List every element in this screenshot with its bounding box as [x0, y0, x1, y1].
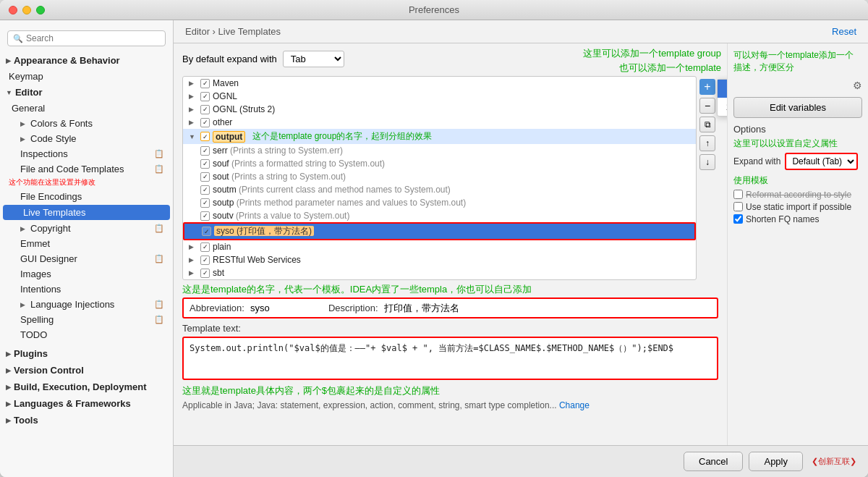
annotation-group: 这个是template group的名字，起到分组的效果: [252, 130, 432, 143]
template-textarea[interactable]: System.out.println("$val$的值是：——"+ $val$ …: [182, 337, 718, 380]
tree-checkbox[interactable]: [200, 269, 210, 278]
tree-item-soutv[interactable]: soutv (Prints a value to System.out): [183, 209, 696, 222]
search-box[interactable]: 🔍: [7, 30, 166, 46]
tree-item-sbt[interactable]: ▶ sbt: [183, 266, 696, 279]
sidebar-item-todo[interactable]: TODO: [0, 327, 173, 342]
tree-item-sout[interactable]: sout (Prints a string to System.out): [183, 170, 696, 183]
change-link[interactable]: Change: [559, 400, 590, 410]
copy-button[interactable]: ⧉: [699, 117, 715, 132]
cancel-button[interactable]: Cancel: [684, 452, 743, 471]
tree-checkbox[interactable]: [200, 242, 210, 252]
tree-item-souf[interactable]: souf (Prints a formatted string to Syste…: [183, 157, 696, 170]
abbreviation-input[interactable]: [250, 303, 308, 313]
static-import-label: Use static import if possible: [746, 202, 851, 212]
menu-item-live-template[interactable]: 1. Live Template: [718, 80, 727, 98]
sidebar-label: Spelling: [20, 314, 54, 325]
sidebar-label: Language Injections: [30, 299, 114, 310]
tree-checkbox[interactable]: [200, 198, 210, 208]
tree-checkbox[interactable]: [200, 256, 210, 265]
settings-icon: ⚙: [733, 80, 862, 91]
sidebar-label: Keymap: [9, 71, 43, 82]
sidebar-item-build[interactable]: Build, Execution, Deployment: [0, 379, 173, 395]
sidebar-item-gui-designer[interactable]: GUI Designer 📋: [0, 251, 173, 266]
abbreviation-row: Abbreviation: Description:: [182, 297, 718, 318]
tree-label: sout (Prints a string to System.out): [213, 172, 346, 182]
sidebar-label: File Encodings: [20, 191, 82, 202]
template-tree[interactable]: ▶ Maven ▶ OGNL ▶: [182, 76, 697, 280]
annotation-custom-attr: 这里可以以设置自定义属性: [733, 138, 862, 150]
reformat-checkbox[interactable]: [733, 190, 743, 199]
sidebar-item-languages[interactable]: Languages & Frameworks: [0, 395, 173, 412]
edit-variables-button[interactable]: Edit variables: [733, 97, 862, 118]
tree-checkbox[interactable]: [200, 132, 210, 141]
sidebar-item-inspections[interactable]: Inspections 📋: [0, 146, 173, 161]
tree-item-ognl-struts[interactable]: ▶ OGNL (Struts 2): [183, 103, 696, 116]
tree-label: soutp (Prints method parameter names and…: [213, 198, 466, 208]
move-up-button[interactable]: ↑: [699, 135, 715, 151]
tree-checkbox[interactable]: [200, 172, 210, 182]
menu-item-template-group[interactable]: 2. Template Group...: [718, 98, 727, 116]
tree-item-soutm[interactable]: soutm (Prints current class and method n…: [183, 183, 696, 196]
sidebar-item-code-style[interactable]: ▶ Code Style: [0, 131, 173, 146]
static-import-checkbox[interactable]: [733, 202, 743, 211]
tree-item-ognl[interactable]: ▶ OGNL: [183, 90, 696, 103]
tree-item-serr[interactable]: serr (Prints a string to System.err): [183, 144, 696, 157]
static-import-checkbox-row: Use static import if possible: [733, 202, 862, 212]
bottom-bar: Cancel Apply ❮创新互联❯: [174, 445, 868, 477]
sidebar-item-general[interactable]: General: [0, 101, 173, 116]
tree-item-soutp[interactable]: soutp (Prints method parameter names and…: [183, 196, 696, 209]
right-panel: Editor › Live Templates Reset 这里可以添加一个te…: [174, 20, 868, 477]
tree-checkbox[interactable]: [200, 92, 210, 101]
tree-item-plain[interactable]: ▶ plain: [183, 240, 696, 253]
apply-button[interactable]: Apply: [749, 452, 803, 471]
tree-item-restful[interactable]: ▶ RESTful Web Services: [183, 253, 696, 266]
remove-button[interactable]: −: [699, 98, 715, 114]
tree-item-maven[interactable]: ▶ Maven: [183, 77, 696, 90]
maximize-button[interactable]: [36, 6, 45, 14]
sidebar-item-appearance[interactable]: Appearance & Behavior: [0, 52, 173, 69]
sidebar-item-colors-fonts[interactable]: ▶ Colors & Fonts: [0, 116, 173, 131]
tree-checkbox[interactable]: [200, 146, 210, 156]
add-button[interactable]: +: [699, 79, 715, 95]
sidebar-label: Editor: [15, 87, 43, 98]
sidebar-label: Build, Execution, Deployment: [14, 381, 146, 392]
sidebar-item-spelling[interactable]: Spelling 📋: [0, 312, 173, 327]
sidebar-item-tools[interactable]: Tools: [0, 412, 173, 429]
expand-with-select[interactable]: Tab Enter Space: [283, 51, 344, 67]
sidebar-item-language-injections[interactable]: ▶ Language Injections 📋: [0, 297, 173, 312]
sidebar-item-vcs[interactable]: Version Control: [0, 362, 173, 379]
close-button[interactable]: [9, 6, 17, 14]
description-input[interactable]: [384, 303, 711, 313]
sidebar-item-file-encodings[interactable]: File Encodings: [0, 189, 173, 204]
sidebar-item-keymap[interactable]: Keymap: [0, 69, 173, 84]
tree-item-syso[interactable]: syso (打印值，带方法名): [183, 222, 696, 240]
reset-link[interactable]: Reset: [832, 26, 856, 37]
shorten-fq-checkbox[interactable]: [733, 214, 743, 224]
move-down-button[interactable]: ↓: [699, 154, 715, 170]
tree-checkbox[interactable]: [200, 159, 210, 169]
tree-item-other[interactable]: ▶ other: [183, 116, 696, 129]
sidebar-item-images[interactable]: Images: [0, 266, 173, 282]
shorten-fq-checkbox-row: Shorten FQ names: [733, 214, 862, 224]
search-input[interactable]: [26, 33, 160, 43]
window-title: Preferences: [409, 4, 459, 15]
minimize-button[interactable]: [22, 6, 31, 14]
tree-checkbox[interactable]: [200, 185, 210, 195]
expand-with-options-select[interactable]: Default (Tab) Tab Enter Space: [785, 153, 858, 170]
sidebar-label: File and Code Templates: [20, 164, 124, 174]
search-icon: 🔍: [13, 34, 23, 43]
sidebar-item-emmet[interactable]: Emmet: [0, 236, 173, 251]
tree-checkbox[interactable]: [200, 105, 210, 114]
sidebar-item-file-code[interactable]: File and Code Templates 📋: [0, 161, 173, 177]
sidebar-item-plugins[interactable]: Plugins: [0, 345, 173, 362]
tree-checkbox[interactable]: [200, 79, 210, 88]
tree-checkbox[interactable]: [202, 227, 211, 236]
tree-actions: + 1. Live Template 2. Template Group... …: [697, 76, 718, 280]
tree-checkbox[interactable]: [200, 211, 210, 221]
sidebar-item-live-templates[interactable]: Live Templates: [3, 205, 170, 220]
sidebar-item-intentions[interactable]: Intentions: [0, 282, 173, 297]
tree-item-output[interactable]: ▼ output 这个是template group的名字，起到分组的效果: [183, 129, 696, 144]
sidebar-item-copyright[interactable]: ▶ Copyright 📋: [0, 221, 173, 236]
sidebar-item-editor[interactable]: Editor: [0, 84, 173, 101]
tree-checkbox[interactable]: [200, 118, 210, 127]
